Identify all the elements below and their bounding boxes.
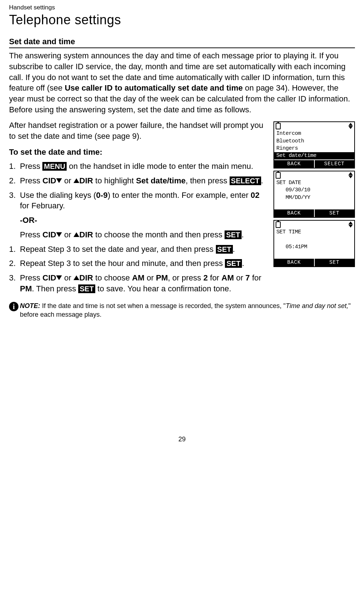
lcd-line bbox=[276, 201, 352, 209]
lcd-screen-time: SET TIME 05:41PM BACK SET bbox=[273, 220, 355, 267]
dir-label: DIR bbox=[79, 176, 93, 185]
digits-label: 0-9 bbox=[96, 191, 108, 200]
down-triangle-icon bbox=[56, 275, 62, 280]
step-text: to save. You hear a confirmation tone. bbox=[95, 284, 231, 293]
step-text: . bbox=[242, 259, 244, 268]
step-b1: Repeat Step 3 to set the date and year, … bbox=[9, 244, 269, 255]
lcd-line: Intercom bbox=[276, 130, 352, 137]
step-text: . bbox=[242, 230, 244, 239]
step-text: Press bbox=[20, 273, 42, 282]
key-7: 7 bbox=[246, 273, 250, 282]
lcd-line: Bluetooth bbox=[276, 138, 352, 145]
note-label: NOTE: bbox=[20, 302, 40, 309]
lcd-line-highlighted: Set date/time bbox=[274, 152, 354, 159]
intro-paragraph-1: The answering system announces the day a… bbox=[9, 50, 355, 115]
step-text: for bbox=[208, 273, 222, 282]
step-3: Use the dialing keys (0-9) to enter the … bbox=[9, 190, 269, 211]
info-icon: i bbox=[9, 302, 18, 311]
section-heading: Set date and time bbox=[9, 36, 355, 49]
step-text: , then press bbox=[186, 176, 230, 185]
lcd-screens-column: Intercom Bluetooth Ringers Set date/time… bbox=[273, 121, 355, 267]
intro-bold-ref: Use caller ID to automatically set date … bbox=[65, 83, 243, 92]
step-text: . bbox=[261, 176, 263, 185]
step-b2: Repeat Step 3 to set the hour and minute… bbox=[9, 258, 269, 269]
key-2: 2 bbox=[203, 273, 208, 282]
step-text: or bbox=[62, 273, 74, 282]
or-paragraph: Press CID or DIR to choose the month and… bbox=[20, 229, 269, 240]
down-triangle-icon bbox=[56, 178, 62, 183]
step-text: or bbox=[145, 273, 156, 282]
steps-list-b: Repeat Step 3 to set the date and year, … bbox=[9, 244, 269, 294]
step-text: . Then press bbox=[32, 284, 78, 293]
set-keycap: SET bbox=[78, 284, 95, 293]
step-text: to choose the month and then press bbox=[93, 230, 225, 239]
step-text: or bbox=[62, 230, 74, 239]
step-text: Press bbox=[20, 230, 42, 239]
step-2: Press CID or DIR to highlight Set date/t… bbox=[9, 175, 269, 186]
page-number: 29 bbox=[9, 435, 355, 444]
select-keycap: SELECT bbox=[230, 176, 261, 185]
lcd-line bbox=[276, 251, 352, 258]
step-text: on the handset in idle mode to enter the… bbox=[67, 162, 253, 171]
up-triangle-icon bbox=[74, 178, 79, 183]
step-text: Press bbox=[20, 162, 42, 171]
softkey-back: BACK bbox=[274, 259, 315, 266]
pm-label: PM bbox=[156, 273, 168, 282]
battery-icon bbox=[276, 221, 281, 228]
lcd-line: SET TIME bbox=[276, 229, 352, 236]
lcd-screen-date: SET DATE 09/30/10 MM/DD/YY BACK SET bbox=[273, 171, 355, 218]
intro-paragraph-2: After handset registration or a power fa… bbox=[9, 120, 269, 141]
up-triangle-icon bbox=[74, 275, 79, 280]
cid-label: CID bbox=[42, 230, 56, 239]
cid-label: CID bbox=[42, 176, 56, 185]
lcd-line bbox=[276, 236, 352, 243]
step-text: ) to enter the month. For example, enter bbox=[108, 191, 251, 200]
step-text: to highlight bbox=[93, 176, 136, 185]
or-separator: -OR- bbox=[20, 215, 269, 226]
note-text: If the date and time is not set when a m… bbox=[40, 302, 286, 309]
month-example: 02 bbox=[251, 191, 259, 200]
set-keycap: SET bbox=[225, 230, 242, 239]
dir-label: DIR bbox=[79, 273, 93, 282]
step-text: for bbox=[250, 273, 262, 282]
softkey-back: BACK bbox=[274, 209, 315, 217]
set-keycap: SET bbox=[216, 245, 233, 254]
note-block: i NOTE: If the date and time is not set … bbox=[9, 302, 355, 319]
step-text: or bbox=[62, 176, 74, 185]
scroll-arrows-icon bbox=[348, 123, 353, 129]
scroll-arrows-icon bbox=[348, 172, 353, 178]
step-text: , or press bbox=[168, 273, 204, 282]
step-text: to choose bbox=[93, 273, 132, 282]
lcd-screen-menu: Intercom Bluetooth Ringers Set date/time… bbox=[273, 121, 355, 168]
am-label: AM bbox=[222, 273, 234, 282]
step-text: . bbox=[233, 245, 235, 254]
up-triangle-icon bbox=[74, 232, 79, 237]
softkey-set: SET bbox=[315, 209, 355, 217]
step-b3: Press CID or DIR to choose AM or PM, or … bbox=[9, 272, 269, 294]
softkey-back: BACK bbox=[274, 160, 315, 168]
step-text: Repeat Step 3 to set the hour and minute… bbox=[20, 259, 225, 268]
step-text: Repeat Step 3 to set the date and year, … bbox=[20, 245, 216, 254]
lcd-line: Ringers bbox=[276, 145, 352, 152]
battery-icon bbox=[276, 123, 281, 129]
battery-icon bbox=[276, 172, 281, 179]
dir-label: DIR bbox=[79, 230, 93, 239]
steps-list-a: Press MENU on the handset in idle mode t… bbox=[9, 161, 269, 211]
scroll-arrows-icon bbox=[348, 221, 353, 228]
note-italic: Time and day not set, bbox=[286, 302, 348, 309]
set-date-time-label: Set date/time bbox=[136, 176, 186, 185]
step-text: or bbox=[234, 273, 246, 282]
am-label: AM bbox=[132, 273, 145, 282]
breadcrumb: Handset settings bbox=[9, 4, 355, 12]
step-1: Press MENU on the handset in idle mode t… bbox=[9, 161, 269, 172]
page-title: Telephone settings bbox=[9, 11, 355, 29]
cid-label: CID bbox=[42, 273, 56, 282]
softkey-set: SET bbox=[315, 259, 355, 266]
set-keycap: SET bbox=[225, 259, 242, 268]
lcd-line: 05:41PM bbox=[276, 244, 352, 251]
lcd-line: SET DATE bbox=[276, 179, 352, 187]
down-triangle-icon bbox=[56, 232, 62, 237]
sub-heading: To set the date and time: bbox=[9, 147, 269, 158]
softkey-select: SELECT bbox=[315, 160, 355, 168]
lcd-line: 09/30/10 bbox=[276, 187, 352, 194]
